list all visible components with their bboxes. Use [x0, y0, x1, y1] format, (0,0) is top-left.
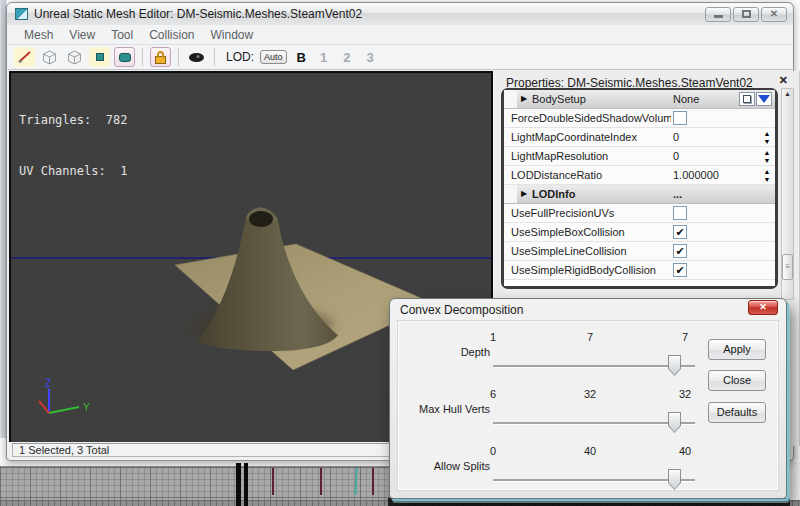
minimize-button[interactable] [705, 7, 731, 22]
property-row-forcedoublesided[interactable]: ForceDoubleSidedShadowVolume [504, 109, 775, 128]
allowsplits-slider-thumb[interactable] [668, 469, 681, 490]
checkbox[interactable] [673, 111, 687, 125]
property-row-usesimplelinecollision[interactable]: UseSimpleLineCollision ✔ [504, 242, 775, 261]
checkbox[interactable] [673, 206, 687, 220]
dropdown-triangle-icon [758, 95, 770, 103]
allowsplits-mid-label: 40 [575, 445, 605, 457]
maxhull-label: Max Hull Verts [402, 403, 490, 415]
depth-slider-track[interactable] [493, 365, 695, 367]
allowsplits-min-label: 0 [478, 445, 508, 457]
wireframe-view-button[interactable] [39, 47, 60, 67]
number-spinner[interactable]: ▲▼ [761, 148, 773, 165]
uv-channels-stat: UV Channels: 1 [19, 163, 127, 180]
dialog-close-button[interactable]: ✕ [748, 300, 778, 315]
property-row-usesimpleboxcollision[interactable]: UseSimpleBoxCollision ✔ [504, 223, 775, 242]
spinner-down-icon[interactable]: ▼ [764, 176, 771, 184]
titlebar[interactable]: Unreal Static Mesh Editor: DM-Seismic.Me… [7, 3, 793, 25]
maxhull-slider-thumb[interactable] [668, 412, 681, 433]
defaults-button[interactable]: Defaults [708, 402, 766, 423]
cube-icon [67, 50, 82, 65]
axis-y-label: Y [83, 402, 90, 413]
depth-mid-label: 7 [575, 331, 605, 343]
show-uv-overlay-button[interactable] [186, 47, 207, 67]
depth-min-label: 1 [478, 331, 508, 343]
eye-icon [188, 52, 205, 63]
show-collision-button[interactable] [89, 47, 110, 67]
crater-opening [249, 211, 273, 227]
number-spinner[interactable]: ▲▼ [761, 167, 773, 184]
checkbox[interactable]: ✔ [673, 263, 687, 277]
class-dropdown-button[interactable] [756, 92, 772, 106]
scroll-up-icon[interactable]: ▲ [782, 90, 793, 97]
allowsplits-slider-track[interactable] [493, 479, 695, 481]
depth-value-label: 7 [670, 331, 700, 343]
collision-square-icon [96, 53, 104, 61]
property-row-lodinfo[interactable]: ▶ LODInfo ... [504, 185, 775, 204]
spinner-up-icon[interactable]: ▲ [764, 168, 771, 176]
toolbar: LOD: Auto B 1 2 3 [8, 45, 792, 70]
spinner-up-icon[interactable]: ▲ [764, 130, 771, 138]
close-button[interactable]: ✕ [761, 7, 787, 22]
realtime-pencil-button[interactable] [14, 47, 35, 67]
lod-label: LOD: [226, 50, 254, 64]
number-spinner[interactable]: ▲▼ [761, 129, 773, 146]
properties-scrollbar[interactable]: ▲ ≡ [781, 88, 794, 300]
lod-2-button[interactable]: 2 [343, 50, 350, 65]
close-button[interactable]: Close [708, 370, 766, 391]
menu-tool[interactable]: Tool [111, 28, 133, 42]
allowsplits-label: Allow Splits [402, 460, 490, 472]
lod-auto-button[interactable]: Auto [260, 50, 287, 64]
spinner-up-icon[interactable]: ▲ [764, 149, 771, 157]
apply-button[interactable]: Apply [708, 339, 766, 360]
menu-collision[interactable]: Collision [149, 28, 194, 42]
spinner-down-icon[interactable]: ▼ [764, 138, 771, 146]
dialog-title: Convex Decomposition [400, 303, 523, 317]
solid-view-button[interactable] [64, 47, 85, 67]
axis-z-label: Z [45, 378, 51, 389]
property-row-usefullprecisionuvs[interactable]: UseFullPrecisionUVs [504, 204, 775, 223]
curve-line-red [320, 468, 322, 495]
camera-lock-button[interactable] [150, 47, 171, 67]
property-row-loddistanceratio[interactable]: LODDistanceRatio 1.000000 ▲▼ [504, 166, 775, 185]
depth-label: Depth [402, 346, 490, 358]
grid-divider-bar [244, 463, 248, 506]
dialog-content: 1 7 7 Depth 6 32 32 Max Hull Verts 0 40 … [397, 320, 779, 491]
convex-decomposition-dialog[interactable]: Convex Decomposition ✕ 1 7 7 Depth 6 32 … [389, 298, 787, 499]
menu-view[interactable]: View [69, 28, 95, 42]
expand-arrow-icon[interactable]: ▶ [521, 94, 527, 103]
depth-slider-thumb[interactable] [668, 355, 681, 376]
scrollbar-thumb[interactable]: ≡ [782, 254, 793, 280]
axis-gizmo: Z Y [39, 378, 90, 413]
panel-edge [794, 71, 800, 446]
property-grid: ▶ BodySetup None ForceDoubleSidedShadowV… [501, 88, 778, 289]
window-controls: ✕ [705, 7, 787, 22]
new-object-button[interactable] [739, 92, 755, 106]
spinner-down-icon[interactable]: ▼ [764, 157, 771, 165]
expand-arrow-icon[interactable]: ▶ [521, 189, 527, 198]
lod-3-button[interactable]: 3 [366, 50, 373, 65]
new-object-icon [743, 95, 751, 103]
grid-divider-bar [236, 463, 241, 506]
menu-mesh[interactable]: Mesh [24, 28, 53, 42]
property-row-bodysetup[interactable]: ▶ BodySetup None [504, 90, 775, 109]
curve-line-red [372, 468, 374, 495]
properties-close-icon[interactable]: ✕ [779, 74, 788, 87]
viewport-stats: Triangles: 782 UV Channels: 1 [19, 78, 127, 214]
lod-base-button[interactable]: B [297, 50, 306, 65]
toolbar-separator [214, 48, 215, 66]
property-row-usesimplerigidbodycollision[interactable]: UseSimpleRigidBodyCollision ✔ [504, 261, 775, 280]
app-icon [15, 8, 28, 20]
pencil-icon [17, 49, 33, 65]
menu-window[interactable]: Window [211, 28, 254, 42]
maxhull-value-label: 32 [670, 388, 700, 400]
property-row-lightmapresolution[interactable]: LightMapResolution 0 ▲▼ [504, 147, 775, 166]
window-title: Unreal Static Mesh Editor: DM-Seismic.Me… [34, 7, 362, 21]
wireframe-cube-icon [42, 50, 57, 65]
maximize-button[interactable] [733, 7, 759, 22]
checkbox[interactable]: ✔ [673, 244, 687, 258]
show-convex-hull-button[interactable] [114, 47, 135, 67]
checkbox[interactable]: ✔ [673, 225, 687, 239]
property-row-lightmapcoordinateindex[interactable]: LightMapCoordinateIndex 0 ▲▼ [504, 128, 775, 147]
lod-1-button[interactable]: 1 [320, 50, 327, 65]
maxhull-slider-track[interactable] [493, 422, 695, 424]
